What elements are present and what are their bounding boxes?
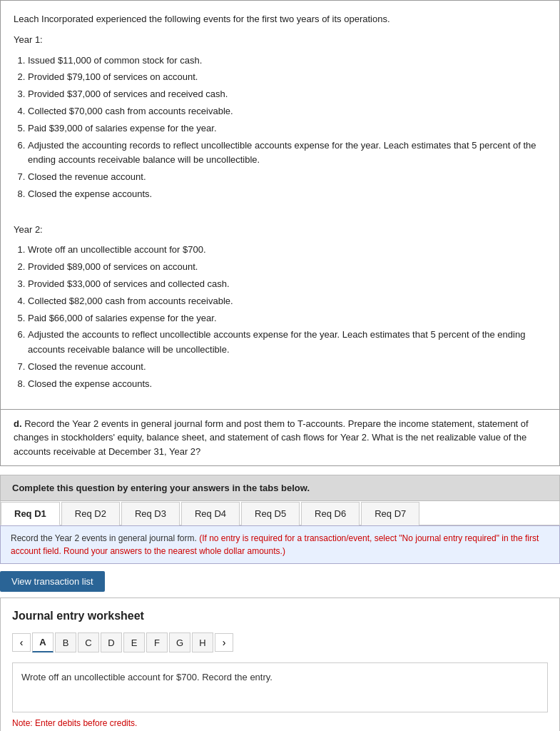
nav-tab-e[interactable]: E — [123, 632, 145, 652]
part-d-section: d. Record the Year 2 events in general j… — [0, 410, 560, 467]
nav-tab-h[interactable]: H — [192, 632, 213, 652]
worksheet-container: Journal entry worksheet ‹ A B C D E F G … — [0, 598, 560, 731]
tab-req-d6[interactable]: Req D6 — [301, 502, 360, 525]
worksheet-title: Journal entry worksheet — [12, 610, 548, 622]
year2-events-list: Wrote off an uncollectible account for $… — [28, 243, 546, 391]
problem-text-box: Leach Incorporated experienced the follo… — [0, 0, 560, 410]
instruction-text: Complete this question by entering your … — [12, 483, 310, 493]
list-item: Collected $82,000 cash from accounts rec… — [28, 294, 546, 309]
list-item: Wrote off an uncollectible account for $… — [28, 243, 546, 258]
list-item: Adjusted the accounts to reflect uncolle… — [28, 328, 546, 358]
nav-tabs-row: ‹ A B C D E F G H › — [12, 632, 548, 652]
year1-events-list: Issued $11,000 of common stock for cash.… — [28, 54, 546, 202]
list-item: Collected $70,000 cash from accounts rec… — [28, 104, 546, 119]
nav-prev-button[interactable]: ‹ — [12, 633, 31, 652]
year1-label: Year 1: — [14, 33, 546, 48]
nav-tab-c[interactable]: C — [78, 632, 99, 652]
tab-req-d1[interactable]: Req D1 — [1, 502, 60, 525]
info-bar: Record the Year 2 events in general jour… — [0, 525, 560, 564]
tab-req-d2[interactable]: Req D2 — [61, 502, 120, 525]
list-item: Paid $39,000 of salaries expense for the… — [28, 121, 546, 136]
part-d-text: d. Record the Year 2 events in general j… — [14, 417, 546, 459]
list-item: Closed the expense accounts. — [28, 187, 546, 202]
list-item: Paid $66,000 of salaries expense for the… — [28, 311, 546, 326]
tab-req-d4[interactable]: Req D4 — [181, 502, 240, 525]
instruction-bar: Complete this question by entering your … — [0, 475, 560, 501]
nav-next-button[interactable]: › — [215, 633, 233, 652]
nav-tab-f[interactable]: F — [146, 632, 168, 652]
info-main-text: Record the Year 2 events in general jour… — [11, 533, 197, 543]
tab-req-d7[interactable]: Req D7 — [361, 502, 419, 525]
tabs-row: Req D1 Req D2 Req D3 Req D4 Req D5 Req D… — [0, 501, 560, 525]
note-text: Note: Enter debits before credits. — [12, 718, 548, 728]
nav-tab-d[interactable]: D — [101, 632, 122, 652]
tab-req-d5[interactable]: Req D5 — [241, 502, 300, 525]
nav-tab-a[interactable]: A — [32, 632, 54, 652]
tab-req-d3[interactable]: Req D3 — [121, 502, 180, 525]
part-d-label: d. — [14, 418, 22, 429]
list-item: Adjusted the accounting records to refle… — [28, 138, 546, 168]
list-item: Provided $37,000 of services and receive… — [28, 87, 546, 102]
year2-label: Year 2: — [14, 223, 546, 238]
part-d-description: Record the Year 2 events in general jour… — [14, 418, 529, 457]
list-item: Issued $11,000 of common stock for cash. — [28, 54, 546, 69]
list-item: Closed the revenue account. — [28, 360, 546, 375]
list-item: Provided $33,000 of services and collect… — [28, 277, 546, 292]
entry-description: Wrote off an uncollectible account for $… — [12, 662, 548, 712]
list-item: Closed the revenue account. — [28, 170, 546, 185]
nav-tab-g[interactable]: G — [169, 632, 190, 652]
intro-text: Leach Incorporated experienced the follo… — [14, 12, 546, 27]
list-item: Provided $89,000 of services on account. — [28, 260, 546, 275]
list-item: Provided $79,100 of services on account. — [28, 70, 546, 85]
view-transaction-list-button[interactable]: View transaction list — [0, 571, 105, 592]
list-item: Closed the expense accounts. — [28, 377, 546, 392]
nav-tab-b[interactable]: B — [55, 632, 76, 652]
view-btn-row: View transaction list — [0, 564, 560, 598]
